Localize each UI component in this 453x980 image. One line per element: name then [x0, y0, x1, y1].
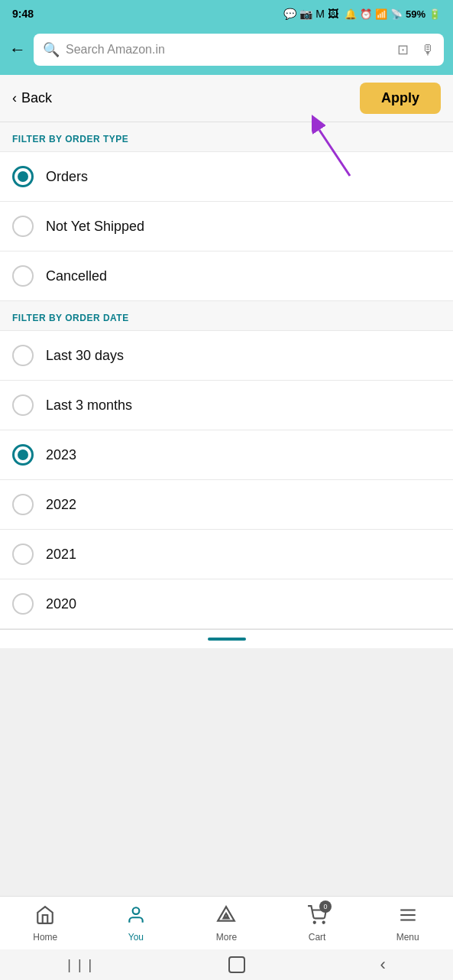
filter-option-2020[interactable]: 2020 — [0, 579, 453, 629]
option-label-cancelled: Cancelled — [46, 268, 107, 284]
option-label-2023: 2023 — [46, 447, 76, 463]
radio-30days[interactable] — [12, 345, 34, 366]
option-label-not-shipped: Not Yet Shipped — [46, 219, 144, 235]
android-nav-bar: | | | ‹ — [0, 949, 453, 980]
mic-icon[interactable]: 🎙 — [421, 42, 435, 58]
menu-icon — [398, 905, 418, 930]
nav-cart[interactable]: 0 Cart — [294, 905, 340, 943]
radio-2022[interactable] — [12, 494, 34, 515]
filter-option-2023[interactable]: 2023 — [0, 430, 453, 480]
search-bar: ← 🔍 Search Amazon.in ⊡ 🎙 — [0, 28, 453, 75]
nav-more-label: More — [216, 932, 237, 943]
option-label-2020: 2020 — [46, 596, 76, 612]
android-recents-btn[interactable]: | | | — [67, 957, 93, 973]
apply-button[interactable]: Apply — [360, 83, 441, 114]
bottom-nav: Home You More — [0, 896, 453, 949]
nav-you[interactable]: You — [113, 905, 159, 943]
filter-order-type-label: FILTER BY ORDER TYPE — [12, 134, 128, 144]
search-input-container[interactable]: 🔍 Search Amazon.in ⊡ 🎙 — [34, 34, 444, 66]
radio-cancelled[interactable] — [12, 265, 34, 287]
back-label: Back — [21, 90, 52, 106]
android-home-btn[interactable] — [228, 956, 245, 973]
status-bar: 9:48 💬 📷 M 🖼 🔔 ⏰ 📶 📡 59% 🔋 — [0, 0, 453, 28]
battery-level: 59% — [406, 8, 425, 20]
scan-icon[interactable]: ⊡ — [397, 41, 409, 58]
signal-icon: 📡 — [390, 8, 403, 20]
filter-option-30days[interactable]: Last 30 days — [0, 331, 453, 381]
scroll-indicator — [0, 629, 453, 648]
filter-option-cancelled[interactable]: Cancelled — [0, 251, 453, 301]
nav-menu[interactable]: Menu — [385, 905, 431, 943]
radio-2023-inner — [18, 449, 28, 460]
radio-2023[interactable] — [12, 444, 34, 466]
search-icon: 🔍 — [43, 41, 60, 58]
radio-2021[interactable] — [12, 544, 34, 565]
nav-you-label: You — [128, 932, 144, 943]
home-icon — [35, 905, 55, 930]
alert-icon: 🔔 — [345, 8, 357, 20]
search-placeholder: Search Amazon.in — [66, 43, 391, 57]
filter-option-2021[interactable]: 2021 — [0, 530, 453, 579]
status-time: 9:48 — [12, 8, 34, 20]
nav-home-label: Home — [33, 932, 57, 943]
svg-point-2 — [133, 907, 140, 914]
radio-3months[interactable] — [12, 394, 34, 416]
filter-option-3months[interactable]: Last 3 months — [0, 381, 453, 430]
gallery-icon: 🖼 — [328, 8, 338, 20]
option-label-30days: Last 30 days — [46, 348, 124, 364]
filter-option-not-shipped[interactable]: Not Yet Shipped — [0, 202, 453, 251]
search-back-arrow[interactable]: ← — [9, 40, 26, 60]
radio-orders-inner — [18, 171, 28, 182]
filter-header: ‹ Back Apply — [0, 75, 453, 122]
option-label-orders: Orders — [46, 169, 88, 185]
instagram-icon: 📷 — [299, 8, 312, 20]
gmail-icon: M — [315, 8, 325, 20]
back-chevron: ‹ — [12, 90, 17, 106]
page-content: FILTER BY ORDER TYPE Orders Not Yet Ship… — [0, 122, 453, 732]
whatsapp-icon: 💬 — [283, 8, 296, 20]
filter-option-2022[interactable]: 2022 — [0, 480, 453, 530]
option-label-3months: Last 3 months — [46, 398, 132, 414]
option-label-2021: 2021 — [46, 547, 76, 563]
nav-cart-label: Cart — [309, 932, 326, 943]
you-icon — [126, 905, 146, 930]
option-label-2022: 2022 — [46, 497, 76, 513]
filter-option-orders[interactable]: Orders — [0, 152, 453, 202]
battery-icon: 🔋 — [429, 8, 441, 20]
nav-menu-label: Menu — [396, 932, 419, 943]
svg-point-5 — [225, 914, 228, 917]
svg-point-6 — [314, 922, 315, 923]
radio-orders[interactable] — [12, 166, 34, 187]
filter-order-date-label: FILTER BY ORDER DATE — [12, 313, 129, 323]
nav-home[interactable]: Home — [22, 905, 68, 943]
filter-order-type-section: FILTER BY ORDER TYPE — [0, 122, 453, 152]
radio-not-shipped[interactable] — [12, 216, 34, 237]
cart-badge-count: 0 — [319, 900, 332, 913]
status-icons: 💬 📷 M 🖼 🔔 ⏰ 📶 📡 59% 🔋 — [283, 8, 441, 20]
android-back-btn[interactable]: ‹ — [380, 955, 385, 975]
wifi-icon: 📶 — [375, 8, 387, 20]
filter-order-date-section: FILTER BY ORDER DATE — [0, 301, 453, 331]
cart-badge-container: 0 — [307, 905, 327, 930]
svg-point-7 — [323, 922, 325, 923]
alarm-icon: ⏰ — [360, 8, 372, 20]
back-button[interactable]: ‹ Back — [12, 90, 52, 106]
radio-2020[interactable] — [12, 593, 34, 615]
more-icon — [216, 905, 236, 930]
nav-more[interactable]: More — [203, 905, 249, 943]
